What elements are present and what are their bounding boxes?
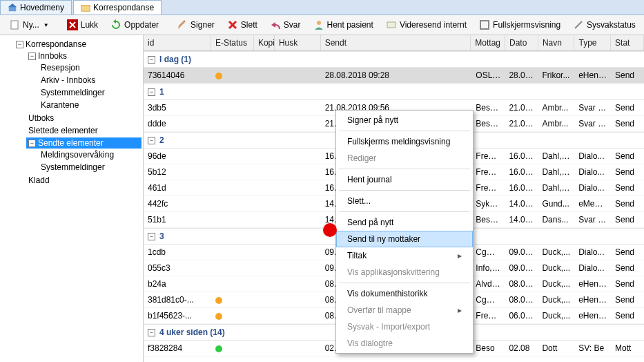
cell-id: 1cdb	[144, 246, 211, 258]
collapse-icon[interactable]: −	[148, 56, 155, 64]
col-kopi[interactable]: Kopi	[254, 35, 275, 50]
tab-hovedmeny[interactable]: Hovedmeny	[0, 0, 72, 15]
cell-mottag: Fredri...	[471, 166, 505, 178]
tree-resepsjon[interactable]: Resepsjon	[39, 62, 142, 73]
cell-stat: Send	[611, 278, 644, 290]
cell-sendt: 28.08.2018 09:28	[321, 69, 472, 82]
collapse-icon[interactable]: −	[148, 137, 155, 144]
cell-stat: Mott	[611, 342, 644, 354]
cell-husk	[275, 309, 321, 322]
tab-korrespondanse[interactable]: Korrespondanse	[73, 0, 162, 15]
cell-kopi	[255, 294, 275, 306]
cell-navn: Duck,...	[538, 262, 574, 274]
group-header[interactable]: −1	[144, 84, 644, 100]
sign-button[interactable]: Signer	[172, 17, 219, 32]
menu-item[interactable]: Slett...	[336, 193, 473, 209]
col-type[interactable]: Type	[574, 35, 611, 50]
cell-husk	[275, 198, 321, 210]
col-dato[interactable]: Dato	[505, 35, 538, 50]
tree-sendte[interactable]: −Sendte elementer	[26, 137, 142, 149]
tree-meldingsovervaking[interactable]: Meldingsovervåking	[39, 149, 142, 160]
menu-separator	[339, 131, 470, 131]
cell-stat: Send	[611, 309, 644, 322]
tree-systemmeldinger-sent[interactable]: Systemmeldinger	[39, 162, 142, 173]
reply-button[interactable]: Svar	[265, 17, 306, 32]
collapse-icon[interactable]: −	[28, 53, 36, 60]
refresh-button[interactable]: Oppdater	[106, 17, 164, 32]
pen-icon	[177, 19, 188, 30]
fullscreen-icon	[479, 19, 490, 30]
collapse-icon[interactable]: −	[148, 88, 155, 96]
cell-mottag: Beso	[471, 342, 505, 354]
menu-item[interactable]: Vis dokumenthistorikk	[336, 285, 473, 302]
tree-slettede[interactable]: Slettede elementer	[26, 125, 142, 136]
status-dot-orange	[215, 313, 222, 320]
menu-item[interactable]: Send på nytt	[336, 214, 473, 231]
tree-kladd[interactable]: Kladd	[26, 175, 142, 186]
tree-root[interactable]: −Korrespondanse	[14, 39, 142, 50]
cell-stat: Send	[611, 246, 644, 258]
cell-id: 96de	[144, 150, 211, 162]
cell-kopi	[255, 102, 275, 114]
forward-button[interactable]: Videresend internt	[381, 17, 471, 32]
tree-utboks[interactable]: Utboks	[26, 113, 142, 124]
label: Slett	[241, 20, 257, 30]
refresh-icon	[110, 19, 121, 30]
cell-estatus	[211, 213, 254, 226]
label: Kladd	[28, 175, 50, 185]
label: Signer	[191, 20, 215, 30]
label: Resepsjon	[41, 63, 80, 73]
col-navn[interactable]: Navn	[538, 35, 575, 50]
cell-id: 055c3	[144, 262, 211, 274]
close-button[interactable]: Lukk	[62, 17, 103, 32]
cell-estatus	[211, 150, 254, 162]
sysvak-button[interactable]: Sysvakstatus	[568, 17, 641, 32]
col-mottag[interactable]: Mottag	[471, 35, 505, 50]
new-button[interactable]: Ny...▼	[4, 17, 54, 32]
cell-type: eMedi...	[574, 198, 611, 210]
cell-stat: Send	[611, 198, 644, 210]
collapse-icon[interactable]: −	[16, 41, 23, 48]
reply-icon	[270, 19, 281, 30]
cell-husk	[275, 278, 321, 290]
group-label: I dag (1)	[159, 55, 191, 64]
menu-item: Vis dialogtre	[336, 335, 473, 352]
label: Lukk	[81, 20, 98, 30]
get-patient-button[interactable]: Hent pasient	[309, 17, 378, 32]
col-husk[interactable]: Husk	[275, 35, 321, 50]
tree-systemmeldinger[interactable]: Systemmeldinger	[39, 87, 142, 98]
folder-tree: −Korrespondanse −Innboks Resepsjon Arkiv…	[0, 35, 144, 362]
cell-mottag: Fredri...	[471, 150, 505, 162]
menu-item[interactable]: Fullskjerms meldingsvisning	[336, 133, 473, 150]
tree-arkiv-innboks[interactable]: Arkiv - Innboks	[39, 75, 142, 86]
group-header[interactable]: −I dag (1)	[144, 51, 644, 68]
svg-point-6	[317, 21, 321, 25]
collapse-icon[interactable]: −	[28, 140, 36, 147]
cell-estatus	[211, 262, 254, 274]
group-label: 3	[159, 231, 164, 241]
menu-separator	[339, 283, 470, 283]
col-stat[interactable]: Stat	[611, 35, 644, 50]
tree-karantene[interactable]: Karantene	[39, 99, 142, 111]
label: Hent pasient	[327, 20, 373, 30]
menu-item[interactable]: Tiltak	[336, 247, 473, 264]
menu-item[interactable]: Signer på nytt	[336, 112, 473, 128]
menu-item[interactable]: Hent journal	[336, 171, 473, 188]
cell-estatus	[211, 182, 254, 194]
delete-icon	[227, 19, 238, 30]
label: Korrespondanse	[26, 39, 86, 49]
menu-item[interactable]: Send til ny mottaker	[336, 231, 473, 247]
label: Slettede elementer	[28, 126, 98, 135]
col-sendt[interactable]: Sendt	[321, 35, 471, 50]
delete-button[interactable]: Slett	[222, 17, 262, 32]
cell-kopi	[255, 342, 275, 354]
col-estatus[interactable]: E-Status	[211, 35, 254, 50]
svg-rect-8	[480, 21, 489, 29]
cell-estatus	[211, 198, 254, 210]
table-row[interactable]: 7361404628.08.2018 09:28OSLO...28.08...F…	[144, 68, 644, 84]
fullscreen-button[interactable]: Fullskjermsvisning	[474, 17, 565, 32]
tree-innboks[interactable]: −Innboks	[26, 50, 142, 61]
collapse-icon[interactable]: −	[148, 233, 155, 240]
collapse-icon[interactable]: −	[148, 329, 155, 336]
col-id[interactable]: id	[144, 35, 211, 50]
